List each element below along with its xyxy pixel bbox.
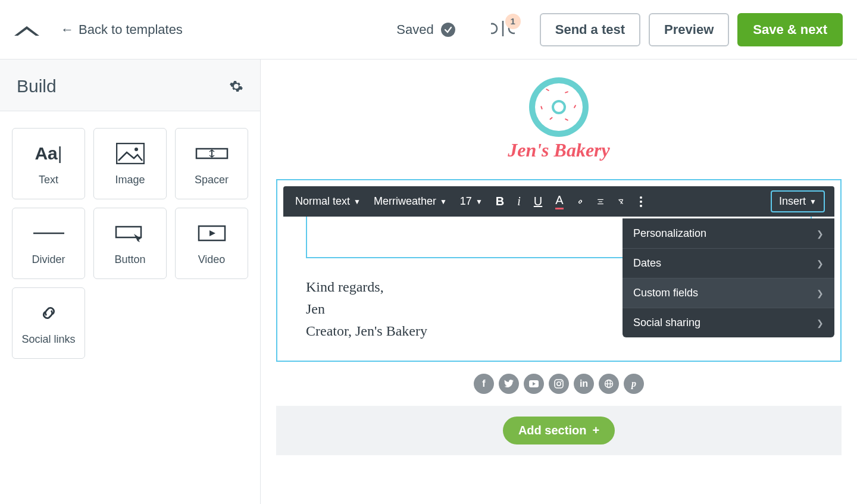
brand-name: Jen's Bakery xyxy=(276,139,842,161)
saved-label: Saved xyxy=(396,22,433,37)
text-editor-block: Normal text▼ Merriweather▼ 17▼ B i U A xyxy=(276,179,842,362)
gear-icon[interactable] xyxy=(229,79,243,93)
save-next-button[interactable]: Save & next xyxy=(737,13,843,46)
insert-custom-fields[interactable]: Custom fields ❯ xyxy=(623,278,834,308)
svg-rect-7 xyxy=(116,227,141,237)
social-web[interactable] xyxy=(599,374,619,394)
social-links-icon xyxy=(38,301,60,325)
plus-icon: + xyxy=(592,424,599,437)
badge-count: 1 xyxy=(505,14,521,29)
font-size-select[interactable]: 17▼ xyxy=(458,192,485,211)
email-canvas: Jen's Bakery Normal text▼ Merriweather▼ … xyxy=(261,60,857,504)
social-pinterest[interactable]: p xyxy=(624,374,644,394)
button-icon xyxy=(115,221,146,245)
chevron-right-icon: ❯ xyxy=(817,289,824,298)
app-logo xyxy=(14,21,39,38)
back-to-templates-link[interactable]: ← Back to templates xyxy=(61,22,183,37)
text-icon: Aa| xyxy=(35,142,62,165)
social-row: f in p xyxy=(276,374,842,394)
video-icon xyxy=(198,221,226,245)
block-divider[interactable]: Divider xyxy=(12,208,85,279)
social-youtube[interactable] xyxy=(524,374,544,394)
insert-dates[interactable]: Dates ❯ xyxy=(623,248,834,278)
insert-social-sharing[interactable]: Social sharing ❯ xyxy=(623,308,834,337)
social-twitter[interactable] xyxy=(499,374,519,394)
app-header: ← Back to templates Saved 1 Send a test … xyxy=(0,0,857,60)
svg-marker-0 xyxy=(14,26,39,36)
image-icon xyxy=(116,142,145,165)
build-sidebar: Build Aa| Text Image Spacer xyxy=(0,60,261,504)
saved-status: Saved xyxy=(396,22,455,37)
preview-button[interactable]: Preview xyxy=(649,13,729,46)
bold-button[interactable]: B xyxy=(493,191,506,212)
block-social-links[interactable]: Social links xyxy=(12,287,85,359)
caret-down-icon: ▼ xyxy=(440,198,447,206)
check-circle-icon xyxy=(441,23,455,37)
caret-down-icon: ▼ xyxy=(354,198,361,206)
blocks-grid: Aa| Text Image Spacer Divider xyxy=(0,111,260,375)
main-area: Build Aa| Text Image Spacer xyxy=(0,60,857,504)
italic-button[interactable]: i xyxy=(515,191,523,212)
svg-point-13 xyxy=(640,196,642,199)
insert-button[interactable]: Insert▼ xyxy=(771,190,825,212)
svg-point-18 xyxy=(557,381,561,385)
link-button[interactable] xyxy=(574,196,586,208)
social-instagram[interactable] xyxy=(549,374,569,394)
social-facebook[interactable]: f xyxy=(474,374,494,394)
insert-personalization[interactable]: Personalization ❯ xyxy=(623,218,834,248)
svg-point-14 xyxy=(640,201,642,203)
divider-icon xyxy=(32,221,65,245)
add-section-button[interactable]: Add section + xyxy=(503,417,615,444)
svg-point-15 xyxy=(640,205,642,207)
ab-test-button[interactable]: 1 xyxy=(491,20,515,40)
font-select[interactable]: Merriweather▼ xyxy=(371,192,449,211)
clear-format-button[interactable] xyxy=(615,196,627,208)
back-label: Back to templates xyxy=(79,22,183,37)
block-text[interactable]: Aa| Text xyxy=(12,128,85,199)
sidebar-header: Build xyxy=(0,60,260,111)
chevron-right-icon: ❯ xyxy=(817,259,824,268)
align-button[interactable] xyxy=(595,196,606,208)
arrow-left-icon: ← xyxy=(61,22,74,37)
insert-dropdown: Personalization ❯ Dates ❯ Custom fields … xyxy=(623,218,834,337)
social-linkedin[interactable]: in xyxy=(574,374,594,394)
text-style-select[interactable]: Normal text▼ xyxy=(293,192,363,211)
email-brand-logo: Jen's Bakery xyxy=(276,77,842,161)
text-color-button[interactable]: A xyxy=(553,190,565,213)
underline-button[interactable]: U xyxy=(531,191,545,212)
block-image[interactable]: Image xyxy=(93,128,167,199)
block-video[interactable]: Video xyxy=(175,208,248,279)
block-spacer[interactable]: Spacer xyxy=(175,128,248,199)
add-section-bar: Add section + xyxy=(276,406,842,455)
block-button[interactable]: Button xyxy=(93,208,167,279)
caret-down-icon: ▼ xyxy=(809,198,817,206)
svg-point-19 xyxy=(561,380,562,381)
sidebar-title: Build xyxy=(17,76,57,96)
text-toolbar: Normal text▼ Merriweather▼ 17▼ B i U A xyxy=(283,186,834,217)
chevron-right-icon: ❯ xyxy=(817,318,824,328)
spacer-icon xyxy=(195,142,229,165)
more-button[interactable] xyxy=(635,196,647,208)
svg-rect-2 xyxy=(117,143,144,164)
chevron-right-icon: ❯ xyxy=(817,229,824,239)
donut-icon xyxy=(529,77,589,137)
caret-down-icon: ▼ xyxy=(476,198,483,206)
svg-point-3 xyxy=(135,148,138,151)
send-test-button[interactable]: Send a test xyxy=(540,13,640,46)
